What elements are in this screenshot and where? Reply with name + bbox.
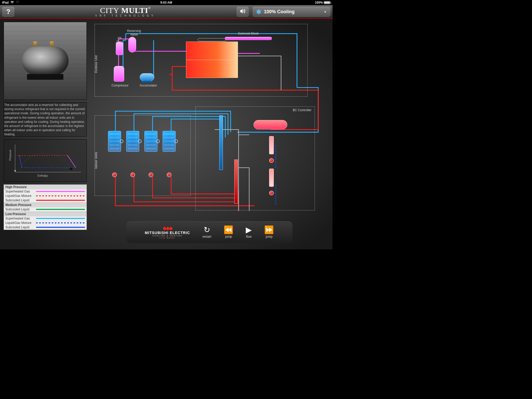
legend-label: Subcooled Liquid bbox=[5, 225, 34, 229]
ios-status-bar: iPad 9:03 AM 100% bbox=[0, 0, 332, 5]
svg-rect-1 bbox=[18, 3, 18, 4]
ph-diagram[interactable]: Enthalpy Pressure bbox=[4, 139, 87, 182]
rewind-icon: ⏪ bbox=[224, 226, 233, 234]
legend-row: Liquid/Gas Mixture bbox=[4, 194, 87, 198]
restart-label: restart bbox=[202, 235, 211, 238]
brand-sub2: Live Better bbox=[145, 237, 190, 239]
legend-row: Liquid/Gas Mixture bbox=[4, 221, 87, 225]
legend-row: Superheated Gas bbox=[4, 189, 87, 194]
bc-subcool-hx-1-icon[interactable] bbox=[269, 136, 274, 154]
brand-word-2: MULTI bbox=[121, 6, 148, 15]
diamond-logo-icon: ◆◆◆ bbox=[145, 225, 190, 231]
indoor-units-region[interactable]: Indoor Units bbox=[95, 115, 191, 196]
svg-rect-4 bbox=[18, 1, 19, 2]
bc-header-liquid-icon[interactable] bbox=[234, 159, 238, 204]
jump-forward-button[interactable]: ⏩ jump bbox=[264, 226, 274, 238]
legend-label: Subcooled Liquid bbox=[5, 198, 34, 202]
legend-label: Liquid/Gas Mixture bbox=[5, 221, 34, 225]
legend-label: Superheated Gas bbox=[5, 217, 34, 220]
swatch-icon bbox=[36, 200, 85, 201]
fast-forward-icon: ⏩ bbox=[264, 226, 274, 234]
main-content: The accumulator acts as a reservoir for … bbox=[0, 19, 332, 249]
help-button[interactable]: ? bbox=[2, 7, 15, 17]
brand-logo: CITY MULTI® VRF TECHNOLOGY bbox=[95, 6, 156, 17]
legend-row: Subcooled Liquid bbox=[4, 207, 87, 212]
svg-rect-2 bbox=[19, 2, 19, 2]
svg-rect-3 bbox=[16, 2, 17, 2]
eev-2-icon[interactable] bbox=[130, 172, 135, 177]
indoor-unit-4[interactable] bbox=[163, 131, 176, 152]
indoor-unit-1[interactable] bbox=[108, 131, 121, 152]
legend-header-hp: High Pressure bbox=[4, 185, 87, 189]
speaker-icon bbox=[240, 8, 246, 16]
svg-rect-6 bbox=[18, 3, 19, 3]
bc-controller-label: BC Controller bbox=[293, 108, 311, 112]
eev-3-icon[interactable] bbox=[149, 172, 153, 177]
bc-eev-2-icon[interactable] bbox=[269, 191, 274, 195]
bc-header-gas-icon[interactable] bbox=[219, 115, 223, 170]
indoor-unit-3[interactable] bbox=[144, 131, 157, 152]
swatch-icon bbox=[36, 191, 85, 192]
accumulator-icon[interactable] bbox=[140, 73, 154, 81]
legend-label: Liquid/Gas Mixture bbox=[5, 194, 34, 198]
sidebar: The accumulator acts as a reservoir for … bbox=[4, 22, 87, 248]
eev-1-icon[interactable] bbox=[112, 172, 117, 177]
playback-bar: ◆◆◆ MITSUBISHI ELECTRIC COOLING & HEATIN… bbox=[126, 221, 292, 243]
ph-xlabel: Enthalpy bbox=[37, 174, 48, 177]
brand-subtitle: VRF TECHNOLOGY bbox=[95, 15, 156, 17]
battery-indicator: 100% bbox=[315, 1, 330, 4]
brand-mitsubishi: MITSUBISHI bbox=[145, 231, 169, 235]
mitsubishi-logo: ◆◆◆ MITSUBISHI ELECTRIC COOLING & HEATIN… bbox=[145, 225, 190, 239]
reversing-valve-label: Reversing Valve bbox=[124, 29, 144, 36]
legend-header-lp: Low Pressure bbox=[4, 212, 87, 216]
restart-button[interactable]: ↻ restart bbox=[202, 226, 211, 238]
bc-eev-1-icon[interactable] bbox=[269, 158, 274, 163]
play-button[interactable]: ▶ flow bbox=[246, 226, 252, 238]
oil-separator-label: Oil Sep. bbox=[114, 36, 125, 44]
legend-header-mp: Medium Pressure bbox=[4, 203, 87, 207]
bc-subcool-hx-2-icon[interactable] bbox=[269, 169, 274, 187]
indoor-unit-2[interactable] bbox=[126, 131, 139, 152]
chevron-down-icon: ▼ bbox=[324, 10, 327, 14]
outdoor-heat-exchanger-icon[interactable] bbox=[186, 42, 238, 78]
svg-rect-7 bbox=[17, 1, 17, 2]
svg-rect-5 bbox=[17, 3, 17, 3]
swatch-icon bbox=[36, 218, 85, 219]
activity-spinner-icon bbox=[16, 1, 19, 5]
solenoid-block-icon[interactable] bbox=[225, 37, 272, 40]
solenoid-block-label: Solenoid Block bbox=[230, 32, 267, 35]
sound-toggle-button[interactable] bbox=[236, 7, 249, 17]
play-label: flow bbox=[246, 235, 251, 238]
help-icon: ? bbox=[6, 8, 10, 16]
play-icon: ▶ bbox=[246, 226, 252, 234]
jump-back-label: jump bbox=[225, 235, 232, 238]
mode-dropdown[interactable]: ❄ 100% Cooling ▼ bbox=[252, 7, 330, 17]
refrigerant-diagram[interactable]: Outdoor Unit Oil Sep. Reversing Valve Co… bbox=[90, 22, 329, 248]
legend-label: Subcooled Liquid bbox=[5, 208, 34, 211]
oil-separator-icon[interactable] bbox=[116, 42, 123, 55]
svg-rect-0 bbox=[18, 1, 18, 1]
eev-4-icon[interactable] bbox=[167, 172, 171, 177]
swatch-icon bbox=[36, 222, 85, 223]
swatch-icon bbox=[36, 227, 85, 228]
device-name: iPad bbox=[2, 1, 9, 4]
legend-row: Subcooled Liquid bbox=[4, 198, 87, 203]
brand-word-1: CITY bbox=[100, 6, 119, 15]
reversing-valve-icon[interactable] bbox=[128, 37, 136, 52]
compressor-icon[interactable] bbox=[114, 66, 124, 82]
battery-icon bbox=[324, 1, 330, 4]
snowflake-icon: ❄ bbox=[256, 8, 261, 16]
bc-receiver-icon[interactable] bbox=[254, 120, 287, 129]
ph-ylabel: Pressure bbox=[9, 150, 12, 161]
clock-text: 9:03 AM bbox=[160, 1, 172, 4]
legend: High Pressure Superheated Gas Liquid/Gas… bbox=[4, 184, 87, 230]
jump-forward-label: jump bbox=[266, 235, 272, 238]
jump-back-button[interactable]: ⏪ jump bbox=[224, 226, 233, 238]
mode-dropdown-label: 100% Cooling bbox=[264, 9, 295, 15]
component-3d-image[interactable] bbox=[4, 22, 87, 100]
component-description: The accumulator acts as a reservoir for … bbox=[4, 102, 87, 137]
legend-row: Superheated Gas bbox=[4, 216, 87, 221]
restart-icon: ↻ bbox=[204, 226, 210, 234]
compressor-label: Compressor bbox=[110, 84, 130, 87]
indoor-units-label: Indoor Units bbox=[94, 152, 98, 169]
